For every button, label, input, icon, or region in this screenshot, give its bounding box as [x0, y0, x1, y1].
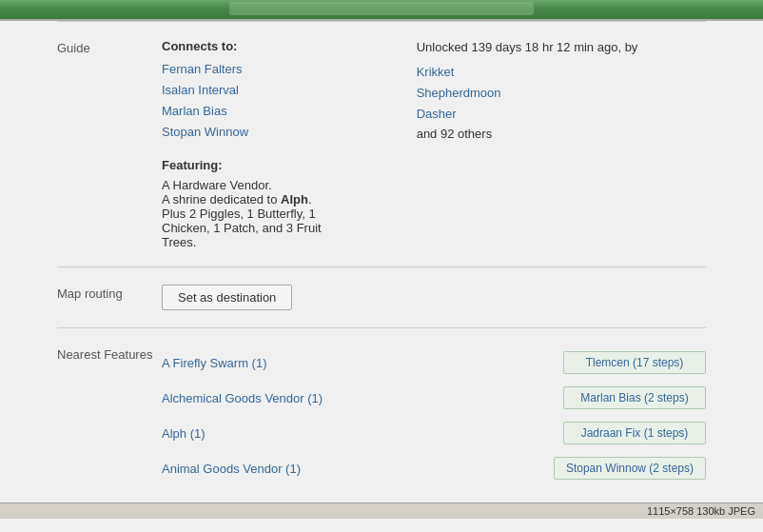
status-bar: 1115×758 130kb JPEG	[0, 502, 763, 519]
connects-to-column: Connects to: Fernan Falters Isalan Inter…	[162, 39, 322, 249]
connects-link-3[interactable]: Stopan Winnow	[162, 122, 322, 143]
nearest-dest-3[interactable]: Stopan Winnow (2 steps)	[554, 457, 706, 480]
nearest-name-3[interactable]: Animal Goods Vendor (1)	[162, 462, 554, 476]
and-others-text: and 92 others	[417, 127, 638, 141]
set-as-destination-button[interactable]: Set as destination	[162, 285, 292, 310]
featuring-item-2: Plus 2 Piggles, 1 Butterfly, 1Chicken, 1…	[162, 207, 322, 249]
map-image	[0, 0, 763, 21]
guide-section: Guide Connects to: Fernan Falters Isalan…	[0, 22, 763, 266]
connects-link-1[interactable]: Isalan Interval	[162, 80, 322, 101]
connects-heading: Connects to:	[162, 39, 322, 53]
nearest-dest-0[interactable]: Tlemcen (17 steps)	[563, 351, 706, 374]
nearest-features-content: A Firefly Swarm (1) Tlemcen (17 steps) A…	[162, 345, 706, 485]
nearest-dest-1[interactable]: Marlan Bias (2 steps)	[563, 386, 706, 409]
unlocked-column: Unlocked 139 days 18 hr 12 min ago, by K…	[417, 39, 638, 249]
nearest-name-0[interactable]: A Firefly Swarm (1)	[162, 356, 563, 370]
nearest-table: A Firefly Swarm (1) Tlemcen (17 steps) A…	[162, 345, 706, 485]
nearest-row-1: Alchemical Goods Vendor (1) Marlan Bias …	[162, 381, 706, 416]
map-routing-section: Map routing Set as destination	[0, 267, 763, 327]
map-routing-label: Map routing	[57, 285, 162, 310]
nearest-features-label: Nearest Features	[57, 345, 162, 485]
guide-content: Connects to: Fernan Falters Isalan Inter…	[162, 39, 706, 249]
unlock-time-text: Unlocked 139 days 18 hr 12 min ago, by	[417, 39, 638, 56]
featuring-item-0: A Hardware Vendor.	[162, 178, 322, 192]
nearest-features-section: Nearest Features A Firefly Swarm (1) Tle…	[0, 328, 763, 502]
nearest-row-3: Animal Goods Vendor (1) Stopan Winnow (2…	[162, 451, 706, 485]
connects-link-2[interactable]: Marlan Bias	[162, 101, 322, 122]
guide-columns: Connects to: Fernan Falters Isalan Inter…	[162, 39, 706, 249]
nearest-dest-2[interactable]: Jadraan Fix (1 steps)	[563, 422, 706, 444]
guide-label: Guide	[57, 39, 162, 249]
unlocker-0[interactable]: Krikket	[417, 62, 638, 83]
connects-link-0[interactable]: Fernan Falters	[162, 59, 322, 80]
alph-highlight: Alph	[281, 192, 308, 207]
unlocker-1[interactable]: Shepherdmoon	[417, 83, 638, 104]
nearest-name-2[interactable]: Alph (1)	[162, 426, 563, 441]
unlocker-2[interactable]: Dasher	[417, 104, 638, 125]
featuring-area: Featuring: A Hardware Vendor. A shrine d…	[162, 158, 322, 249]
nearest-name-1[interactable]: Alchemical Goods Vendor (1)	[162, 391, 563, 405]
spacer	[341, 39, 398, 249]
featuring-item-1: A shrine dedicated to Alph.	[162, 192, 322, 207]
nearest-row-2: Alph (1) Jadraan Fix (1 steps)	[162, 416, 706, 451]
featuring-heading: Featuring:	[162, 158, 322, 172]
status-text: 1115×758 130kb JPEG	[647, 505, 755, 517]
map-routing-content: Set as destination	[162, 285, 706, 310]
nearest-row-0: A Firefly Swarm (1) Tlemcen (17 steps)	[162, 345, 706, 381]
